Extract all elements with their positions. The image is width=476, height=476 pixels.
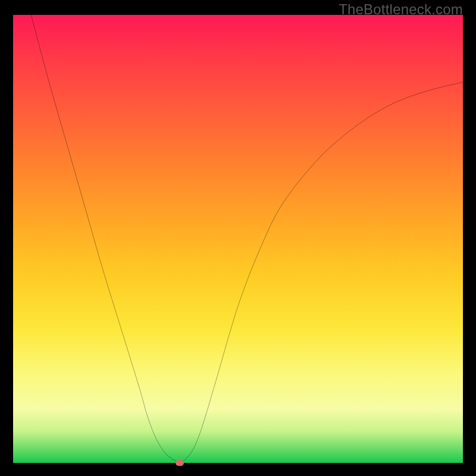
chart-frame: TheBottleneck.com: [0, 0, 476, 476]
bottleneck-curve: [13, 15, 463, 463]
curve-path: [31, 15, 463, 463]
plot-area: [13, 15, 463, 463]
minimum-marker: [176, 460, 184, 466]
